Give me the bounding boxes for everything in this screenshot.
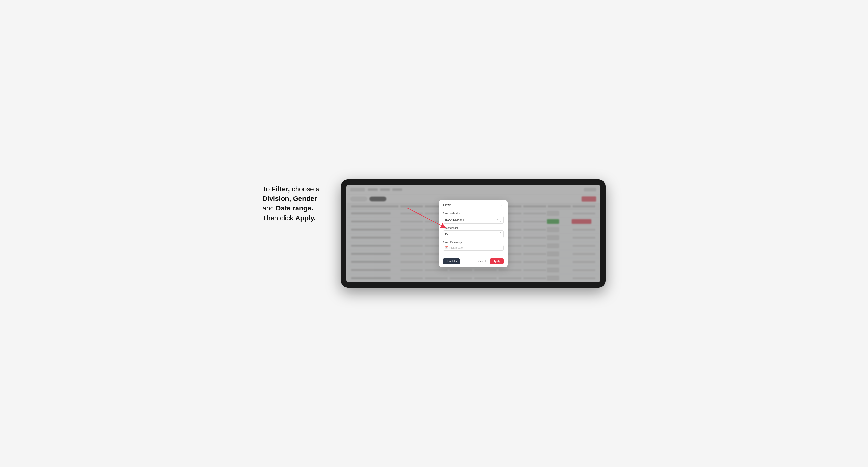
modal-title: Filter	[443, 203, 451, 207]
tablet-screen: Filter × Select a division NCAA Division…	[346, 185, 600, 282]
division-chevron-icon: ⌃⌄	[499, 217, 501, 222]
apply-button[interactable]: Apply	[490, 258, 504, 264]
page-wrapper: To Filter, choose a Division, Gender and…	[262, 179, 606, 288]
tablet-frame: Filter × Select a division NCAA Division…	[341, 179, 606, 288]
date-range-input[interactable]: 📅 Pick a date	[443, 245, 504, 251]
gender-chevron-icon: ⌃⌄	[499, 232, 501, 237]
division-strong: Division, Gender	[262, 195, 317, 203]
modal-footer: Clear filter Cancel Apply	[439, 256, 507, 267]
modal-overlay: Filter × Select a division NCAA Division…	[346, 185, 600, 282]
filter-modal: Filter × Select a division NCAA Division…	[439, 200, 507, 267]
division-clear-icon[interactable]: ✕	[496, 218, 498, 221]
gender-select-icons: ✕ ⌃⌄	[496, 232, 501, 237]
division-label: Select a division	[443, 212, 504, 215]
division-select-icons: ✕ ⌃⌄	[496, 217, 501, 222]
division-form-group: Select a division NCAA Division I ✕ ⌃⌄	[443, 212, 504, 224]
date-range-form-group: Select Date range 📅 Pick a date	[443, 241, 504, 251]
apply-strong: Apply.	[295, 214, 316, 222]
division-value: NCAA Division I	[445, 218, 496, 221]
footer-right: Cancel Apply	[476, 258, 504, 264]
division-select[interactable]: NCAA Division I ✕ ⌃⌄	[443, 216, 504, 224]
modal-close-button[interactable]: ×	[500, 203, 504, 207]
date-range-strong: Date range.	[276, 204, 313, 212]
modal-header: Filter ×	[439, 200, 507, 209]
date-range-label: Select Date range	[443, 241, 504, 244]
gender-form-group: Select gender Men ✕ ⌃⌄	[443, 227, 504, 238]
gender-label: Select gender	[443, 227, 504, 229]
gender-value: Men	[445, 233, 496, 236]
instruction-text: To Filter, choose a Division, Gender and…	[262, 179, 326, 223]
date-placeholder: Pick a date	[450, 246, 463, 249]
tablet-wrapper: Filter × Select a division NCAA Division…	[341, 179, 606, 288]
gender-clear-icon[interactable]: ✕	[496, 233, 498, 236]
filter-strong: Filter,	[272, 185, 290, 193]
cancel-button[interactable]: Cancel	[476, 258, 488, 264]
calendar-icon: 📅	[445, 246, 448, 249]
modal-body: Select a division NCAA Division I ✕ ⌃⌄	[439, 209, 507, 256]
gender-select[interactable]: Men ✕ ⌃⌄	[443, 230, 504, 238]
clear-filter-button[interactable]: Clear filter	[443, 258, 460, 264]
